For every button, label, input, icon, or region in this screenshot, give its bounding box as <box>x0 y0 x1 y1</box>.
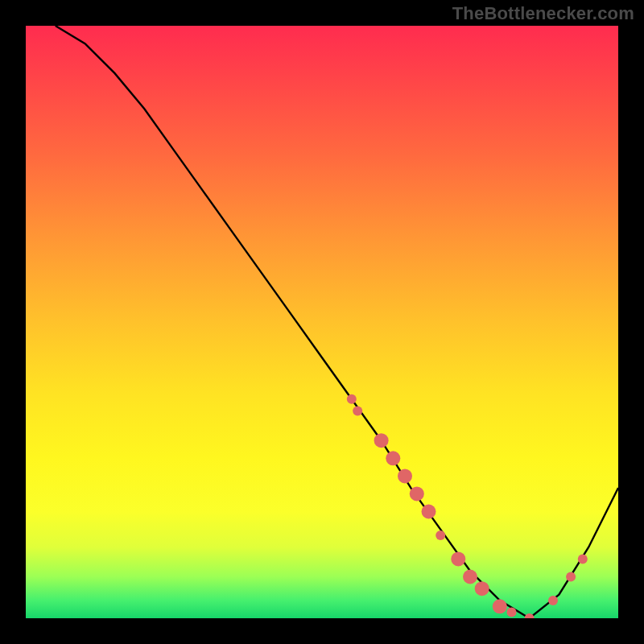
curve-line <box>56 26 618 618</box>
data-marker <box>566 572 576 582</box>
data-marker <box>422 505 436 519</box>
data-marker <box>374 433 389 448</box>
data-marker <box>463 570 477 584</box>
data-marker <box>410 486 424 501</box>
data-marker <box>525 613 535 618</box>
watermark-label: TheBottlenecker.com <box>452 3 634 24</box>
data-marker <box>436 530 445 540</box>
data-marker <box>398 469 412 483</box>
data-marker <box>353 406 362 415</box>
chart-svg <box>26 26 618 618</box>
data-marker <box>578 554 588 564</box>
series-curve <box>56 26 618 618</box>
data-marker <box>347 394 357 404</box>
chart-frame: TheBottlenecker.com <box>0 0 644 644</box>
data-marker <box>493 599 507 613</box>
data-marker <box>548 596 558 605</box>
data-marker <box>507 608 517 617</box>
data-marker <box>475 581 489 596</box>
data-markers <box>347 394 588 618</box>
data-marker <box>386 451 400 465</box>
data-marker <box>451 551 465 566</box>
